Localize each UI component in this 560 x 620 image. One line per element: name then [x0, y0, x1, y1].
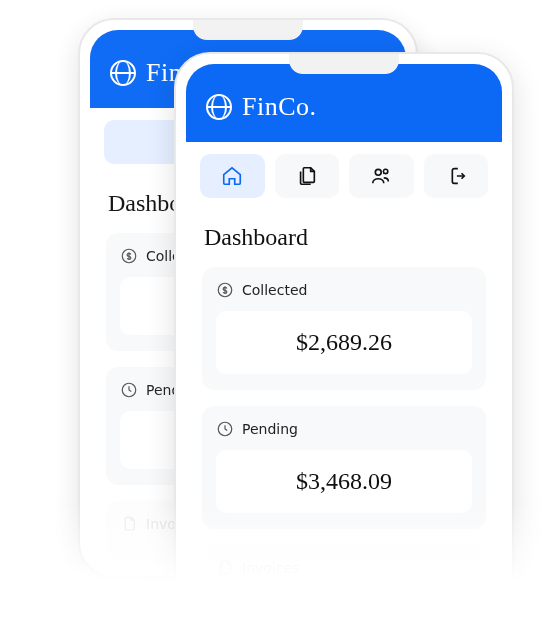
content: Dashboard Collected $2,689.26 Pending $3… — [186, 210, 502, 620]
globe-icon — [110, 60, 136, 86]
brand: FinCo. — [206, 92, 317, 122]
clock-icon — [120, 381, 138, 399]
brand-text: FinCo. — [242, 92, 317, 122]
documents-icon — [216, 559, 234, 577]
nav-people[interactable] — [349, 154, 414, 198]
exit-icon — [445, 165, 467, 187]
card-collected-amount: $2,689.26 — [216, 311, 472, 374]
card-collected: Collected $2,689.26 — [202, 267, 486, 390]
svg-point-2 — [376, 169, 382, 175]
documents-icon — [120, 515, 138, 533]
card-collected-label-row: Collected — [216, 281, 472, 299]
documents-icon — [296, 165, 318, 187]
dollar-icon — [120, 247, 138, 265]
svg-point-3 — [384, 169, 388, 173]
dollar-icon — [216, 281, 234, 299]
card-invoices: Invoices — [202, 545, 486, 605]
card-pending-label-row: Pending — [216, 420, 472, 438]
nav-exit[interactable] — [424, 154, 489, 198]
card-pending: Pending $3,468.09 — [202, 406, 486, 529]
phone-notch — [289, 54, 399, 74]
card-pending-label: Pending — [242, 421, 298, 437]
card-pending-amount: $3,468.09 — [216, 450, 472, 513]
app-header: FinCo. — [186, 64, 502, 142]
nav-documents[interactable] — [275, 154, 340, 198]
globe-icon — [206, 94, 232, 120]
people-icon — [370, 165, 392, 187]
page-title: Dashboard — [204, 224, 484, 251]
card-invoices-label: Invoices — [242, 560, 299, 576]
phone-notch — [193, 20, 303, 40]
phone-front: FinCo. Dashboard Collected — [174, 52, 514, 620]
home-icon — [221, 165, 243, 187]
clock-icon — [216, 420, 234, 438]
screen-front: FinCo. Dashboard Collected — [186, 64, 502, 620]
card-invoices-label-row: Invoices — [216, 559, 472, 577]
nav-home[interactable] — [200, 154, 265, 198]
nav-bar — [186, 142, 502, 210]
card-collected-label: Collected — [242, 282, 307, 298]
